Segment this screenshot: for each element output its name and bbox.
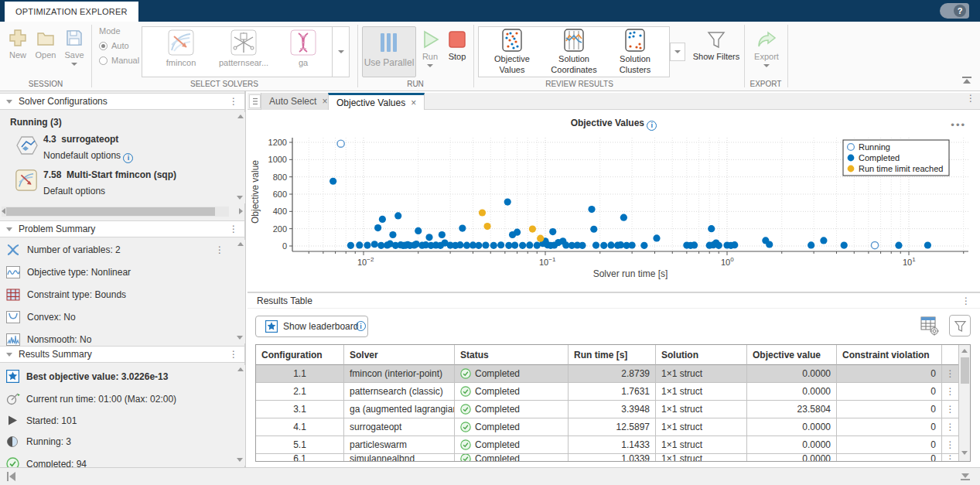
- show-filters-button[interactable]: Show Filters: [688, 29, 744, 61]
- close-icon[interactable]: ×: [411, 97, 416, 108]
- table-row[interactable]: 4.1surrogateoptCompleted12.58971×1 struc…: [256, 418, 959, 436]
- table-filter-button[interactable]: [949, 315, 971, 336]
- app-tab[interactable]: OPTIMIZATION EXPLORER: [5, 2, 138, 22]
- close-icon[interactable]: ×: [322, 96, 327, 107]
- stop-button[interactable]: Stop: [445, 29, 470, 61]
- new-button[interactable]: New: [6, 28, 29, 60]
- title-bar: OPTIMIZATION EXPLORER ?: [0, 0, 980, 22]
- info-icon[interactable]: i: [356, 321, 366, 331]
- run-dropdown-arrow[interactable]: [427, 64, 433, 67]
- table-cell: 0.0000: [747, 383, 837, 401]
- solution-clusters-button[interactable]: Solution Clusters: [608, 29, 662, 76]
- objective-values-scatter-chart[interactable]: 02004006008001000120010−210−1100101Solve…: [248, 110, 980, 292]
- row-options-menu[interactable]: ⋮: [942, 418, 958, 436]
- solver-configurations-header[interactable]: Solver Configurations ⋮: [0, 93, 244, 110]
- tab-auto-select[interactable]: Auto Select×: [261, 93, 336, 110]
- save-button[interactable]: Save: [62, 28, 87, 66]
- column-header[interactable]: Status: [455, 345, 569, 365]
- tabstrip-handle[interactable]: [249, 94, 261, 108]
- collapse-triangle-icon[interactable]: [6, 100, 12, 104]
- leaderboard-star-icon: [265, 320, 278, 333]
- run-button[interactable]: Run: [418, 29, 442, 67]
- mode-manual-radio[interactable]: Manual: [99, 55, 139, 65]
- solver-fmincon[interactable]: fmincon: [152, 29, 210, 67]
- problem-summary-header[interactable]: Problem Summary ⋮: [0, 220, 244, 237]
- ribbon-separator: [473, 25, 474, 87]
- tabstrip-menu[interactable]: ⋮: [966, 97, 975, 100]
- summary-label: Number of variables: 2: [27, 244, 215, 255]
- ribbon-separator: [357, 25, 358, 87]
- collapse-sidebar-button[interactable]: [6, 472, 16, 483]
- collapse-triangle-icon[interactable]: [6, 227, 12, 231]
- solution-coordinates-button[interactable]: Solution Coordinates: [543, 29, 605, 76]
- export-button[interactable]: Export: [747, 29, 786, 67]
- vertical-scrollbar[interactable]: [235, 365, 245, 466]
- column-header[interactable]: Run time [s]: [569, 345, 656, 365]
- svg-text:Solver run time [s]: Solver run time [s]: [593, 268, 668, 279]
- list-item[interactable]: 7.58 Multi-Start fmincon (sqp) Default o…: [15, 169, 246, 196]
- mode-auto-radio[interactable]: Auto: [99, 40, 139, 50]
- status-completed-icon: [460, 439, 471, 450]
- scroll-right-arrow[interactable]: [239, 207, 243, 214]
- table-row[interactable]: 1.1fmincon (interior-point)Completed2.87…: [256, 365, 959, 383]
- collapse-triangle-icon[interactable]: [6, 353, 12, 357]
- svg-text:Run time limit reached: Run time limit reached: [859, 164, 943, 173]
- table-header-row: ConfigurationSolverStatusRun time [s]Sol…: [256, 345, 959, 365]
- show-leaderboard-button[interactable]: Show leaderboard: [255, 316, 368, 337]
- row-options-menu[interactable]: ⋮: [942, 454, 958, 462]
- info-icon[interactable]: i: [647, 121, 657, 131]
- summary-label: Convex: No: [27, 312, 76, 323]
- row-options-menu[interactable]: ⋮: [942, 383, 958, 401]
- collapse-ribbon-button[interactable]: [961, 77, 972, 87]
- table-settings-button[interactable]: [920, 315, 940, 339]
- solver-patternsearch[interactable]: patternsear...: [213, 29, 274, 67]
- collapse-up-icon: [961, 77, 972, 85]
- solver-gallery-dropdown[interactable]: [333, 26, 350, 77]
- tab-objective-values[interactable]: Objective Values×: [328, 93, 425, 110]
- collapse-bottom-button[interactable]: [960, 472, 971, 483]
- table-row[interactable]: 5.1particleswarmCompleted1.14331×1 struc…: [256, 436, 959, 454]
- vertical-scrollbar[interactable]: [235, 240, 245, 343]
- use-parallel-toggle[interactable]: Use Parallel: [362, 26, 416, 77]
- vertical-scrollbar[interactable]: [235, 112, 245, 203]
- running-group-label: Running (3): [10, 117, 62, 128]
- column-header[interactable]: Constraint violation: [837, 345, 942, 365]
- list-item[interactable]: 4.3 surrogateopt Nondefault options i: [15, 134, 246, 163]
- help-button[interactable]: ?: [940, 3, 969, 19]
- fmincon-icon: [168, 29, 194, 56]
- row-options-menu[interactable]: ⋮: [942, 365, 958, 383]
- review-gallery-dropdown[interactable]: [670, 43, 685, 61]
- table-row[interactable]: 3.1ga (augmented lagrangian)Completed3.3…: [256, 401, 959, 418]
- table-row[interactable]: 6.1simulannealbndCompleted1.03391×1 stru…: [256, 454, 959, 462]
- table-vertical-scrollbar[interactable]: [958, 345, 970, 461]
- info-icon[interactable]: i: [123, 153, 133, 163]
- running-group[interactable]: Running (3): [0, 111, 246, 128]
- export-section-label: EXPORT: [744, 80, 787, 88]
- solver-configurations-menu[interactable]: ⋮: [229, 100, 238, 103]
- item-menu[interactable]: ⋮: [215, 248, 224, 251]
- document-tab-strip: Auto Select× Objective Values× ⋮: [248, 93, 980, 110]
- solver-ga[interactable]: ga: [280, 29, 326, 67]
- row-options-menu[interactable]: ⋮: [942, 436, 958, 454]
- horizontal-scrollbar[interactable]: [2, 207, 229, 217]
- export-dropdown-arrow[interactable]: [763, 64, 770, 67]
- table-row[interactable]: 2.1patternsearch (classic)Completed1.763…: [256, 383, 959, 401]
- chart-options-ellipsis[interactable]: •••: [951, 119, 966, 131]
- open-label: Open: [36, 50, 56, 60]
- objective-values-button[interactable]: Objective Values: [484, 29, 540, 76]
- results-summary-header[interactable]: Results Summary ⋮: [0, 346, 244, 363]
- column-header[interactable]: Solution: [656, 345, 747, 365]
- results-summary-menu[interactable]: ⋮: [229, 353, 238, 356]
- problem-summary-menu[interactable]: ⋮: [229, 227, 238, 231]
- column-header[interactable]: Solver: [344, 345, 455, 365]
- table-cell: 2.1: [256, 383, 344, 401]
- row-options-menu[interactable]: ⋮: [942, 401, 958, 418]
- results-table-menu[interactable]: ⋮: [961, 299, 971, 302]
- save-dropdown-arrow[interactable]: [71, 63, 77, 66]
- scroll-left-arrow[interactable]: [2, 207, 5, 214]
- table-cell: 23.5804: [747, 401, 837, 418]
- column-header[interactable]: Objective value: [747, 345, 837, 365]
- svg-text:Objective value: Objective value: [250, 160, 261, 224]
- open-button[interactable]: Open: [33, 28, 58, 60]
- column-header[interactable]: Configuration: [256, 345, 344, 365]
